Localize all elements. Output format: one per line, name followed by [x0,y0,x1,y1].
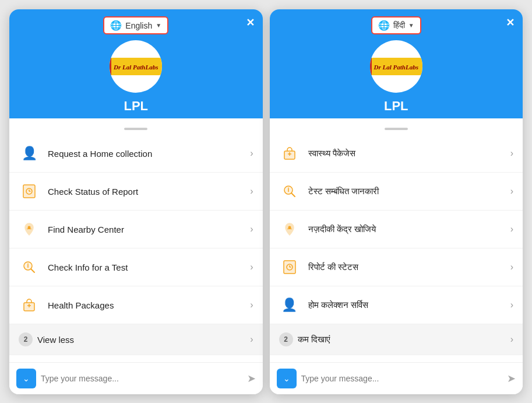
view-less-hi-label: कम दिखाएं [298,334,510,345]
health-packages-hi-label: स्वास्थ्य पैकेजेस [308,148,510,159]
home-collection-hi-icon: 👤 [279,295,300,316]
svg-line-8 [31,269,34,272]
left-lang-selector[interactable]: 🌐 English ▼ [103,16,168,34]
right-menu-item-home-collection[interactable]: 👤 होम कलेक्शन सर्विस › [270,286,523,324]
view-less-badge-left: 2 [19,332,33,346]
left-drag-handle [124,128,147,130]
left-logo-badge: Dr Lal PathLabs [110,58,162,75]
check-status-hi-icon [279,257,300,278]
find-center-icon [19,219,40,240]
send-icon-right: ➤ [507,372,516,385]
health-packages-hi-chevron: › [510,148,513,159]
expand-icon-left: ⌄ [23,374,30,383]
right-brand-name: LPL [384,99,408,114]
right-lang-selector[interactable]: 🌐 हिंदी ▼ [371,16,421,34]
left-avatar: Dr Lal PathLabs [110,40,162,93]
right-header-top: 🌐 हिंदी ▼ ✕ [278,16,515,34]
right-menu-item-check-info[interactable]: टेस्ट सम्बंधित जानकारी › [270,173,523,211]
left-header: 🌐 English ▼ ✕ Dr Lal PathLabs LPL [9,9,263,118]
globe-icon-right: 🌐 [378,20,390,31]
right-menu-item-view-less[interactable]: 2 कम दिखाएं › [270,324,523,355]
left-menu-item-view-less[interactable]: 2 View less › [9,324,263,355]
svg-point-20 [288,187,289,188]
right-chat-widget: 🌐 हिंदी ▼ ✕ Dr Lal PathLabs LPL [270,9,523,394]
health-packages-chevron: › [250,300,253,310]
view-less-label: View less [37,335,250,345]
left-send-button[interactable]: ➤ [247,372,256,385]
left-logo-text: Dr Lal PathLabs [114,64,158,71]
health-packages-hi-icon [279,143,300,164]
right-lang-label: हिंदी [393,20,405,30]
check-info-hi-icon [279,181,300,202]
svg-point-5 [28,226,31,229]
svg-rect-22 [287,229,292,229]
right-message-input[interactable] [301,374,503,383]
right-logo-text: Dr Lal PathLabs [374,64,418,71]
check-info-chevron: › [250,262,253,272]
find-center-hi-icon [279,219,300,240]
health-packages-icon [19,295,40,316]
right-menu-item-check-status[interactable]: रिपोर्ट की स्टेटस › [270,248,523,286]
right-chat-input-area: ⌄ ➤ [270,362,523,394]
check-info-hi-label: टेस्ट सम्बंधित जानकारी [308,186,510,197]
right-menu-item-find-center[interactable]: नज़दीकी केंद्र खोजिये › [270,211,523,248]
left-message-input[interactable] [41,374,242,383]
home-collection-icon: 👤 [19,143,40,164]
expand-icon-right: ⌄ [283,374,290,383]
right-close-button[interactable]: ✕ [506,16,515,29]
check-status-chevron: › [250,186,253,197]
left-chat-input-area: ⌄ ➤ [9,362,263,394]
find-center-chevron: › [250,224,253,234]
find-center-hi-label: नज़दीकी केंद्र खोजिये [308,224,510,234]
right-avatar: Dr Lal PathLabs [370,40,422,93]
check-status-label: Check Status of Report [48,187,250,197]
right-logo-badge: Dr Lal PathLabs [370,58,422,75]
send-icon-left: ➤ [247,372,256,385]
check-info-hi-chevron: › [510,186,513,197]
svg-line-18 [291,193,295,197]
svg-point-21 [288,226,291,229]
left-chat-widget: 🌐 English ▼ ✕ Dr Lal PathLabs LPL 👤 Requ… [9,9,263,394]
left-expand-button[interactable]: ⌄ [16,369,36,388]
left-dropdown-arrow: ▼ [156,22,161,29]
globe-icon-left: 🌐 [110,20,122,31]
right-menu-item-health-packages[interactable]: स्वास्थ्य पैकेजेस › [270,135,523,173]
left-menu-item-find-center[interactable]: Find Nearby Center › [9,211,263,248]
right-header: 🌐 हिंदी ▼ ✕ Dr Lal PathLabs LPL [270,9,523,118]
check-status-hi-label: रिपोर्ट की स्टेटस [308,262,510,272]
view-less-badge-right: 2 [279,332,293,346]
view-less-chevron: › [250,334,253,345]
home-collection-hi-chevron: › [510,300,513,310]
right-drag-handle [385,128,408,130]
svg-rect-6 [27,229,31,229]
home-collection-label: Request a Home collection [48,149,250,159]
left-brand-name: LPL [124,99,148,114]
right-send-button[interactable]: ➤ [507,372,516,385]
check-status-hi-chevron: › [510,262,513,272]
left-menu-item-check-info[interactable]: Check Info for a Test › [9,248,263,286]
view-less-hi-chevron: › [510,334,513,345]
check-info-label: Check Info for a Test [48,262,250,272]
check-info-icon [19,257,40,278]
left-header-top: 🌐 English ▼ ✕ [17,16,255,34]
left-menu-item-health-packages[interactable]: Health Packages › [9,286,263,324]
right-expand-button[interactable]: ⌄ [277,369,297,388]
right-dropdown-arrow: ▼ [408,22,414,29]
check-status-icon [19,181,40,202]
left-lang-label: English [125,21,152,30]
left-menu-item-home-collection[interactable]: 👤 Request a Home collection › [9,135,263,173]
home-collection-chevron: › [250,148,253,159]
find-center-hi-chevron: › [510,224,513,234]
find-center-label: Find Nearby Center [48,225,250,234]
left-menu-panel: 👤 Request a Home collection › Check Stat… [9,118,263,362]
left-close-button[interactable]: ✕ [246,16,255,29]
svg-point-10 [27,263,29,264]
home-collection-hi-label: होम कलेक्शन सर्विस [308,300,510,310]
right-menu-panel: स्वास्थ्य पैकेजेस › टेस्ट सम्बंधित जानका… [270,118,523,362]
health-packages-label: Health Packages [48,300,250,310]
left-menu-item-check-status[interactable]: Check Status of Report › [9,173,263,211]
